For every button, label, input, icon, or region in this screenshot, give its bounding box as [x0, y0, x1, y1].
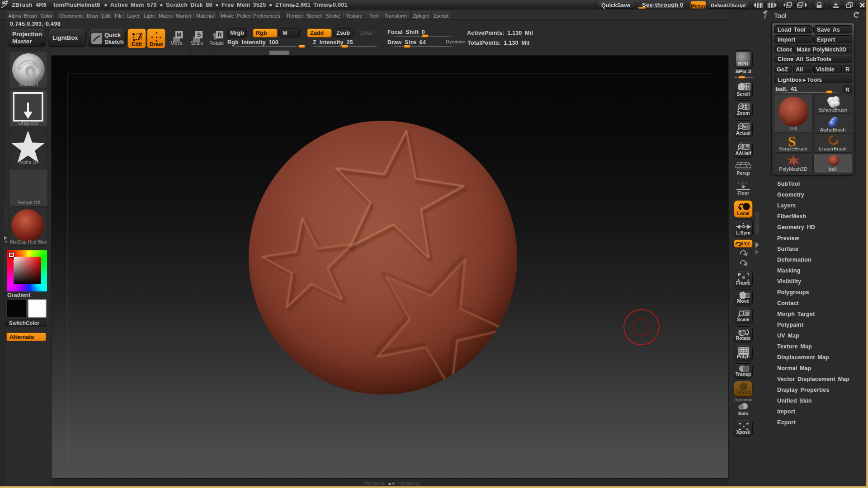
svg-text:Z: Z — [745, 262, 748, 267]
svg-text:x1: x1 — [744, 125, 748, 129]
svg-text:Y: Y — [745, 252, 748, 257]
svg-text:S: S — [788, 134, 796, 147]
